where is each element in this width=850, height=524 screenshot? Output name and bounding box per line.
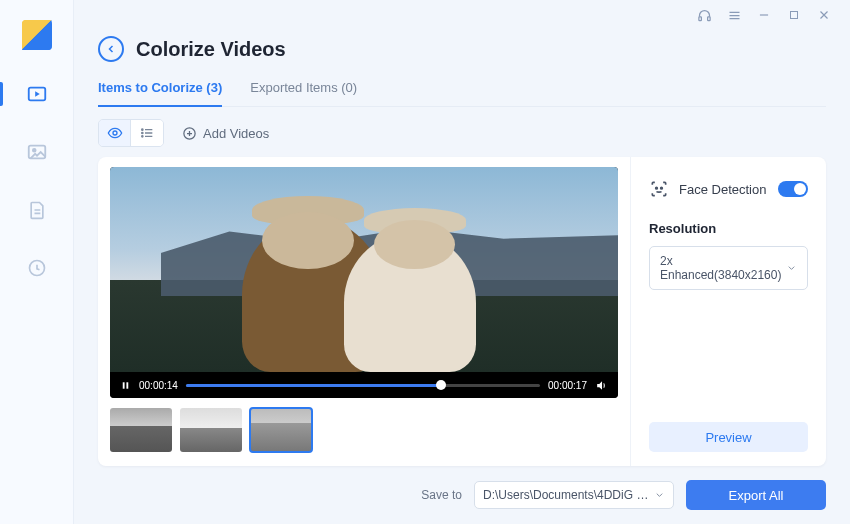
save-path-dropdown[interactable]: D:\Users\Documents\4DDiG Vide... xyxy=(474,481,674,509)
face-detection-label: Face Detection xyxy=(679,182,768,197)
maximize-button[interactable] xyxy=(786,7,802,23)
tabs: Items to Colorize (3) Exported Items (0) xyxy=(98,80,826,107)
titlebar xyxy=(74,0,850,30)
svg-point-7 xyxy=(113,131,117,135)
footer: Save to D:\Users\Documents\4DDiG Vide...… xyxy=(74,476,850,524)
nav-video-icon[interactable] xyxy=(23,80,51,108)
svg-point-2 xyxy=(32,149,35,152)
preview-button[interactable]: Preview xyxy=(649,422,808,452)
video-frame xyxy=(110,167,618,372)
save-path-value: D:\Users\Documents\4DDiG Vide... xyxy=(483,488,654,502)
svg-rect-5 xyxy=(707,16,710,20)
settings-pane: Face Detection Resolution 2x Enhanced(38… xyxy=(630,157,826,466)
tab-items-to-colorize[interactable]: Items to Colorize (3) xyxy=(98,80,222,107)
save-to-label: Save to xyxy=(421,488,462,502)
svg-rect-4 xyxy=(698,16,701,20)
menu-icon[interactable] xyxy=(726,7,742,23)
chevron-down-icon xyxy=(654,489,665,501)
view-toggle xyxy=(98,119,164,147)
video-controls: 00:00:14 00:00:17 xyxy=(110,372,618,398)
export-all-button[interactable]: Export All xyxy=(686,480,826,510)
thumbnail-3[interactable] xyxy=(250,408,312,452)
resolution-value: 2x Enhanced(3840x2160) xyxy=(660,254,786,282)
total-time-label: 00:00:17 xyxy=(548,380,587,391)
main-area: Colorize Videos Items to Colorize (3) Ex… xyxy=(74,0,850,524)
svg-rect-12 xyxy=(123,382,125,388)
svg-rect-6 xyxy=(791,12,798,19)
toolbar: Add Videos xyxy=(74,107,850,157)
content-panel: 00:00:14 00:00:17 xyxy=(98,157,826,466)
header: Colorize Videos Items to Colorize (3) Ex… xyxy=(74,30,850,107)
tab-exported-items[interactable]: Exported Items (0) xyxy=(250,80,357,107)
pause-button[interactable] xyxy=(120,380,131,391)
progress-bar[interactable] xyxy=(186,384,540,387)
plus-circle-icon xyxy=(182,126,197,141)
page-title: Colorize Videos xyxy=(136,38,286,61)
video-player[interactable]: 00:00:14 00:00:17 xyxy=(110,167,618,398)
view-preview-button[interactable] xyxy=(99,120,131,146)
resolution-label: Resolution xyxy=(649,221,808,236)
svg-point-10 xyxy=(142,136,143,137)
headphones-icon[interactable] xyxy=(696,7,712,23)
nav-audio-icon[interactable] xyxy=(23,254,51,282)
face-detection-icon xyxy=(649,179,669,199)
add-videos-label: Add Videos xyxy=(203,126,269,141)
nav-document-icon[interactable] xyxy=(23,196,51,224)
nav-image-icon[interactable] xyxy=(23,138,51,166)
current-time-label: 00:00:14 xyxy=(139,380,178,391)
face-detection-toggle[interactable] xyxy=(778,181,808,197)
view-list-button[interactable] xyxy=(131,120,163,146)
minimize-button[interactable] xyxy=(756,7,772,23)
svg-point-15 xyxy=(661,187,663,189)
volume-icon[interactable] xyxy=(595,379,608,392)
svg-rect-13 xyxy=(126,382,128,388)
resolution-dropdown[interactable]: 2x Enhanced(3840x2160) xyxy=(649,246,808,290)
add-videos-button[interactable]: Add Videos xyxy=(182,126,269,141)
face-detection-row: Face Detection xyxy=(649,179,808,199)
svg-point-14 xyxy=(656,187,658,189)
thumbnail-row xyxy=(110,408,618,452)
progress-thumb[interactable] xyxy=(436,380,446,390)
thumbnail-1[interactable] xyxy=(110,408,172,452)
video-pane: 00:00:14 00:00:17 xyxy=(98,157,630,466)
chevron-down-icon xyxy=(786,262,797,274)
svg-point-9 xyxy=(142,132,143,133)
svg-point-8 xyxy=(142,129,143,130)
app-logo xyxy=(22,20,52,50)
thumbnail-2[interactable] xyxy=(180,408,242,452)
sidebar xyxy=(0,0,74,524)
close-button[interactable] xyxy=(816,7,832,23)
back-button[interactable] xyxy=(98,36,124,62)
